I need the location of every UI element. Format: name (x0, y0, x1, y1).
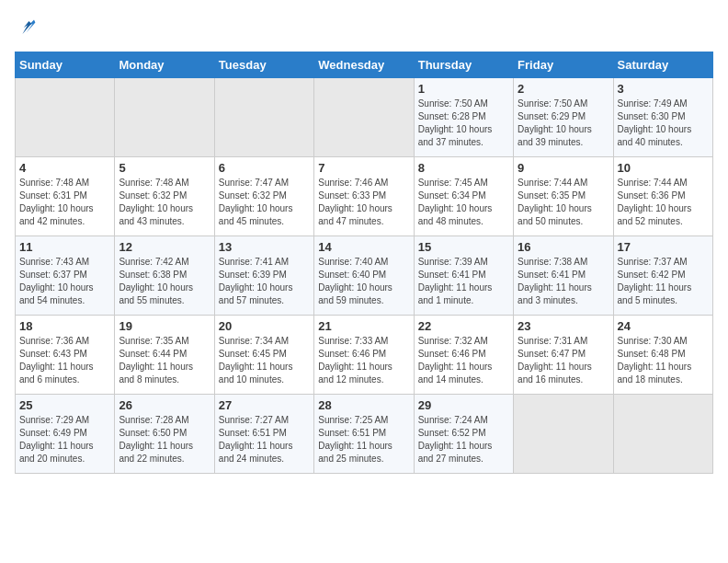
calendar-cell: 16 Sunrise: 7:38 AMSunset: 6:41 PMDaylig… (514, 236, 613, 316)
calendar-cell: 8 Sunrise: 7:45 AMSunset: 6:34 PMDayligh… (414, 157, 513, 236)
day-info: Sunrise: 7:48 AMSunset: 6:32 PMDaylight:… (119, 178, 193, 226)
day-info: Sunrise: 7:40 AMSunset: 6:40 PMDaylight:… (318, 257, 392, 305)
day-info: Sunrise: 7:46 AMSunset: 6:33 PMDaylight:… (318, 178, 392, 226)
calendar-cell: 26 Sunrise: 7:28 AMSunset: 6:50 PMDaylig… (115, 395, 214, 474)
calendar-cell: 7 Sunrise: 7:46 AMSunset: 6:33 PMDayligh… (314, 157, 414, 236)
day-number: 2 (518, 82, 609, 96)
day-number: 29 (418, 398, 509, 412)
calendar-cell: 21 Sunrise: 7:33 AMSunset: 6:46 PMDaylig… (314, 316, 414, 395)
calendar-cell: 2 Sunrise: 7:50 AMSunset: 6:29 PMDayligh… (514, 78, 613, 157)
calendar-cell (514, 395, 613, 474)
day-number: 16 (518, 240, 609, 254)
day-info: Sunrise: 7:41 AMSunset: 6:39 PMDaylight:… (219, 257, 293, 305)
day-info: Sunrise: 7:38 AMSunset: 6:41 PMDaylight:… (518, 257, 592, 305)
calendar-cell (16, 78, 115, 157)
calendar-cell (613, 395, 712, 474)
calendar-cell: 11 Sunrise: 7:43 AMSunset: 6:37 PMDaylig… (16, 236, 115, 316)
calendar-cell: 1 Sunrise: 7:50 AMSunset: 6:28 PMDayligh… (414, 78, 513, 157)
logo (15, 15, 44, 40)
day-info: Sunrise: 7:24 AMSunset: 6:52 PMDaylight:… (418, 415, 493, 464)
day-info: Sunrise: 7:39 AMSunset: 6:41 PMDaylight:… (418, 257, 493, 305)
day-info: Sunrise: 7:48 AMSunset: 6:31 PMDaylight:… (19, 178, 94, 226)
day-info: Sunrise: 7:50 AMSunset: 6:29 PMDaylight:… (518, 98, 592, 147)
day-number: 20 (219, 319, 310, 333)
calendar-cell: 6 Sunrise: 7:47 AMSunset: 6:32 PMDayligh… (214, 157, 313, 236)
day-number: 21 (318, 319, 409, 333)
calendar-cell: 24 Sunrise: 7:30 AMSunset: 6:48 PMDaylig… (613, 316, 712, 395)
day-number: 8 (418, 161, 509, 175)
day-number: 9 (518, 161, 609, 175)
day-info: Sunrise: 7:25 AMSunset: 6:51 PMDaylight:… (318, 415, 392, 464)
calendar-cell: 10 Sunrise: 7:44 AMSunset: 6:36 PMDaylig… (613, 157, 712, 236)
calendar-week-4: 18 Sunrise: 7:36 AMSunset: 6:43 PMDaylig… (16, 316, 713, 395)
day-number: 26 (119, 398, 210, 412)
day-number: 17 (618, 240, 709, 254)
day-number: 4 (19, 161, 110, 175)
day-info: Sunrise: 7:49 AMSunset: 6:30 PMDaylight:… (618, 98, 692, 147)
calendar-week-2: 4 Sunrise: 7:48 AMSunset: 6:31 PMDayligh… (16, 157, 713, 236)
weekday-header-wednesday: Wednesday (314, 52, 414, 78)
day-info: Sunrise: 7:28 AMSunset: 6:50 PMDaylight:… (119, 415, 193, 464)
day-number: 5 (119, 161, 210, 175)
day-number: 15 (418, 240, 509, 254)
calendar-cell: 20 Sunrise: 7:34 AMSunset: 6:45 PMDaylig… (214, 316, 313, 395)
day-info: Sunrise: 7:47 AMSunset: 6:32 PMDaylight:… (219, 178, 293, 226)
day-number: 10 (618, 161, 709, 175)
day-info: Sunrise: 7:31 AMSunset: 6:47 PMDaylight:… (518, 336, 592, 385)
day-info: Sunrise: 7:35 AMSunset: 6:44 PMDaylight:… (119, 336, 193, 385)
day-info: Sunrise: 7:42 AMSunset: 6:38 PMDaylight:… (119, 257, 193, 305)
calendar-week-3: 11 Sunrise: 7:43 AMSunset: 6:37 PMDaylig… (16, 236, 713, 316)
calendar-cell: 22 Sunrise: 7:32 AMSunset: 6:46 PMDaylig… (414, 316, 513, 395)
calendar-cell: 14 Sunrise: 7:40 AMSunset: 6:40 PMDaylig… (314, 236, 414, 316)
weekday-header-friday: Friday (514, 52, 613, 78)
day-info: Sunrise: 7:29 AMSunset: 6:49 PMDaylight:… (19, 415, 94, 464)
calendar-cell: 4 Sunrise: 7:48 AMSunset: 6:31 PMDayligh… (16, 157, 115, 236)
calendar-cell: 28 Sunrise: 7:25 AMSunset: 6:51 PMDaylig… (314, 395, 414, 474)
calendar-cell: 13 Sunrise: 7:41 AMSunset: 6:39 PMDaylig… (214, 236, 313, 316)
day-info: Sunrise: 7:50 AMSunset: 6:28 PMDaylight:… (418, 98, 493, 147)
day-info: Sunrise: 7:34 AMSunset: 6:45 PMDaylight:… (219, 336, 293, 385)
day-number: 25 (19, 398, 110, 412)
day-number: 11 (19, 240, 110, 254)
day-info: Sunrise: 7:33 AMSunset: 6:46 PMDaylight:… (318, 336, 392, 385)
day-info: Sunrise: 7:36 AMSunset: 6:43 PMDaylight:… (19, 336, 94, 385)
calendar-cell (214, 78, 313, 157)
calendar-cell: 27 Sunrise: 7:27 AMSunset: 6:51 PMDaylig… (214, 395, 313, 474)
day-number: 23 (518, 319, 609, 333)
calendar-cell: 23 Sunrise: 7:31 AMSunset: 6:47 PMDaylig… (514, 316, 613, 395)
weekday-header-row: SundayMondayTuesdayWednesdayThursdayFrid… (16, 52, 713, 78)
page-header (15, 15, 713, 40)
calendar-week-1: 1 Sunrise: 7:50 AMSunset: 6:28 PMDayligh… (16, 78, 713, 157)
calendar-week-5: 25 Sunrise: 7:29 AMSunset: 6:49 PMDaylig… (16, 395, 713, 474)
calendar-cell: 9 Sunrise: 7:44 AMSunset: 6:35 PMDayligh… (514, 157, 613, 236)
day-number: 24 (618, 319, 709, 333)
weekday-header-thursday: Thursday (414, 52, 513, 78)
day-info: Sunrise: 7:27 AMSunset: 6:51 PMDaylight:… (219, 415, 293, 464)
day-info: Sunrise: 7:44 AMSunset: 6:35 PMDaylight:… (518, 178, 592, 226)
calendar-cell: 29 Sunrise: 7:24 AMSunset: 6:52 PMDaylig… (414, 395, 513, 474)
weekday-header-saturday: Saturday (613, 52, 712, 78)
calendar-cell: 5 Sunrise: 7:48 AMSunset: 6:32 PMDayligh… (115, 157, 214, 236)
calendar-cell: 12 Sunrise: 7:42 AMSunset: 6:38 PMDaylig… (115, 236, 214, 316)
day-number: 22 (418, 319, 509, 333)
day-info: Sunrise: 7:32 AMSunset: 6:46 PMDaylight:… (418, 336, 493, 385)
day-number: 27 (219, 398, 310, 412)
day-number: 14 (318, 240, 409, 254)
day-number: 28 (318, 398, 409, 412)
calendar-cell: 18 Sunrise: 7:36 AMSunset: 6:43 PMDaylig… (16, 316, 115, 395)
calendar-table: SundayMondayTuesdayWednesdayThursdayFrid… (15, 52, 713, 474)
calendar-cell (115, 78, 214, 157)
day-info: Sunrise: 7:37 AMSunset: 6:42 PMDaylight:… (618, 257, 692, 305)
weekday-header-monday: Monday (115, 52, 214, 78)
day-number: 3 (618, 82, 709, 96)
day-info: Sunrise: 7:43 AMSunset: 6:37 PMDaylight:… (19, 257, 94, 305)
calendar-cell (314, 78, 414, 157)
day-number: 7 (318, 161, 409, 175)
day-number: 6 (219, 161, 310, 175)
day-number: 12 (119, 240, 210, 254)
day-number: 19 (119, 319, 210, 333)
calendar-cell: 25 Sunrise: 7:29 AMSunset: 6:49 PMDaylig… (16, 395, 115, 474)
day-info: Sunrise: 7:44 AMSunset: 6:36 PMDaylight:… (618, 178, 692, 226)
weekday-header-tuesday: Tuesday (214, 52, 313, 78)
day-number: 18 (19, 319, 110, 333)
